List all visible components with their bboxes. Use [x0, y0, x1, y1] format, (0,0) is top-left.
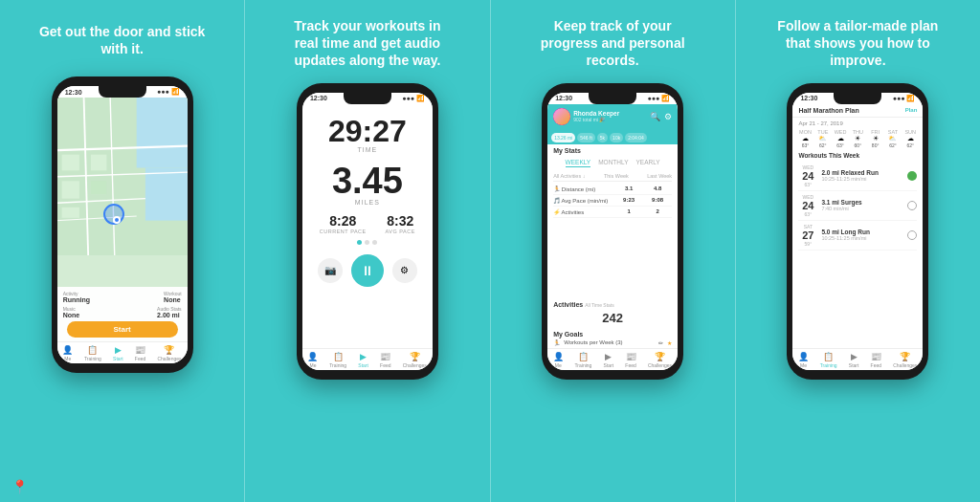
feed-icon: 📰 [136, 345, 145, 355]
camera-button[interactable]: 📷 [318, 258, 343, 283]
signal-3: ●●● 📶 [647, 95, 670, 102]
time-3: 12:30 [555, 95, 572, 101]
stats-table-header: All Activities ↓ This Week Last Week [553, 171, 672, 182]
phone-4-notch [834, 93, 881, 104]
phone-3: 12:30 ●●● 📶 Rhonda Keeper 902 total mi 🎉 [542, 83, 683, 380]
nav-training-1[interactable]: 📋 Training [84, 345, 101, 361]
nav-me-4[interactable]: 👤 Me [798, 352, 808, 368]
user-sub: 902 total mi 🎉 [573, 117, 619, 122]
svg-rect-2 [145, 168, 188, 221]
badge-5k: 5k [597, 133, 608, 142]
workout-time: 29:27 [302, 116, 433, 146]
activities-last: 2 [643, 208, 672, 214]
avg-pace-value: 8:32 [386, 213, 415, 229]
badge-distance: 13.26 mi [551, 133, 575, 142]
start-button[interactable]: Start [67, 321, 178, 338]
workout-info-1: 2.0 mi Relaxed Run 10:25-11:25 min/mi [821, 169, 903, 182]
nav-feed-4[interactable]: 📰 Feed [871, 352, 881, 368]
col-this-week: This Week [604, 173, 629, 179]
activities-section-title: Activities All Time Stats [547, 298, 678, 309]
days-row: MON ☁ 63° TUE ⛅ 62° WED ☁ 63° [792, 127, 923, 150]
nav-feed-2[interactable]: 📰 Feed [380, 352, 390, 368]
plan-tab[interactable]: Plan [905, 107, 918, 113]
person-icon-4: 👤 [798, 352, 808, 361]
pace-last: 9:08 [643, 197, 672, 203]
start-icon-4: ▶ [849, 352, 858, 361]
tab-monthly[interactable]: MONTHLY [598, 159, 628, 167]
goals-row: 🏃 Workouts per Week (3) ✏ ★ [553, 339, 672, 346]
user-info: Rhonda Keeper 902 total mi 🎉 [553, 108, 619, 125]
day-sat: SAT ⛅ 62° [885, 129, 901, 148]
pause-button[interactable]: ⏸ [351, 254, 384, 287]
bottom-nav-4: 👤 Me 📋 Training ▶ Start 📰 Feed [792, 348, 923, 370]
plan-screen: Half Marathon Plan Plan Apr 21 - 27, 201… [792, 104, 923, 348]
star-icon-goals: ★ [667, 339, 672, 346]
settings-button[interactable]: ⚙ [392, 258, 417, 283]
activities-this: 1 [614, 208, 643, 214]
phone-2-screen: 12:30 ●●● 📶 29:27 TIME 3.45 MILES 8:28 C… [302, 93, 433, 370]
day-thu: THU ☀ 60° [850, 129, 865, 148]
activities-count: 242 [547, 309, 678, 327]
nav-start-1[interactable]: ▶ Start [113, 345, 123, 361]
stats-row-activities: ⚡ Activities 1 2 [553, 207, 672, 218]
col-activity: All Activities ↓ [553, 173, 585, 179]
nav-challenges-4[interactable]: 🏆 Challenges [893, 352, 917, 368]
feed-icon-3: 📰 [626, 352, 635, 361]
nav-me-3[interactable]: 👤 Me [553, 352, 563, 368]
nav-training-2[interactable]: 📋 Training [329, 352, 346, 368]
gear-icon-stats[interactable]: ⚙ [664, 112, 672, 121]
nav-start-2[interactable]: ▶ Start [358, 352, 368, 368]
pace-label-stats: 🎵 Avg Pace (min/mi) [553, 197, 614, 204]
tab-weekly[interactable]: WEEKLY [566, 159, 591, 167]
nav-challenges-3[interactable]: 🏆 Challenges [648, 352, 672, 368]
nav-me-1[interactable]: 👤 Me [63, 345, 73, 361]
phone-1-notch [99, 86, 146, 98]
pace-row: 8:28 CURRENT PACE 8:32 AVG PACE [302, 213, 433, 234]
start-icon-2: ▶ [359, 352, 368, 361]
distance-label: 🏃 Distance (mi) [553, 186, 614, 192]
nav-feed-1[interactable]: 📰 Feed [135, 345, 145, 361]
svg-rect-13 [61, 207, 78, 218]
my-stats-title: My Stats [547, 144, 678, 155]
person-icon-2: 👤 [308, 352, 318, 361]
panel-3-heading: Keep track of your progress and personal… [526, 17, 699, 70]
edit-icon-goals[interactable]: ✏ [658, 339, 663, 346]
nav-feed-3[interactable]: 📰 Feed [625, 352, 635, 368]
signal-4: ●●● 📶 [893, 95, 916, 102]
nav-training-3[interactable]: 📋 Training [574, 352, 591, 368]
day-mon: MON ☁ 63° [798, 129, 813, 148]
location-pin-icon: 📍 [11, 479, 28, 494]
nav-challenges-2[interactable]: 🏆 Challenges [403, 352, 427, 368]
panel-progress: Keep track of your progress and personal… [491, 0, 736, 502]
current-pace-label: CURRENT PACE [320, 229, 367, 234]
search-icon-stats[interactable]: 🔍 [650, 112, 660, 121]
nav-training-4[interactable]: 📋 Training [820, 352, 837, 368]
main-panels: Get out the door and stick with it. 12:3… [0, 0, 980, 502]
workout-indicator-2 [907, 201, 917, 210]
tab-yearly[interactable]: YEARLY [636, 159, 660, 167]
phone-2-notch [344, 93, 391, 104]
stats-header: Rhonda Keeper 902 total mi 🎉 🔍 ⚙ [547, 104, 678, 129]
svg-rect-1 [136, 98, 187, 168]
workout-date-1: WED 24 63° [798, 164, 817, 187]
start-icon-3: ▶ [604, 352, 613, 361]
workout-controls: 📷 ⏸ ⚙ [302, 251, 433, 291]
user-avatar [553, 108, 570, 125]
pace-this: 9:23 [614, 197, 643, 203]
nav-challenges-1[interactable]: 🏆 Challenges [157, 345, 181, 361]
phone-1: 12:30 ●●● 📶 [52, 76, 193, 373]
miles-label: MILES [302, 199, 433, 206]
workout-dots [302, 240, 433, 245]
nav-start-3[interactable]: ▶ Start [604, 352, 614, 368]
badge-marathon: 2:04:04 [625, 133, 647, 142]
day-sun: SUN ☁ 62° [902, 129, 918, 148]
nav-me-2[interactable]: 👤 Me [308, 352, 318, 368]
bottom-nav-2: 👤 Me 📋 Training ▶ Start 📰 Feed [302, 348, 433, 370]
phone-3-notch [589, 93, 636, 104]
user-name: Rhonda Keeper [573, 110, 619, 117]
panel-track-workouts: Track your workouts in real time and get… [245, 0, 490, 502]
nav-start-4[interactable]: ▶ Start [849, 352, 859, 368]
challenges-icon-4: 🏆 [901, 352, 910, 361]
avg-pace: 8:32 AVG PACE [386, 213, 415, 234]
panel-get-out: Get out the door and stick with it. 12:3… [0, 0, 245, 502]
